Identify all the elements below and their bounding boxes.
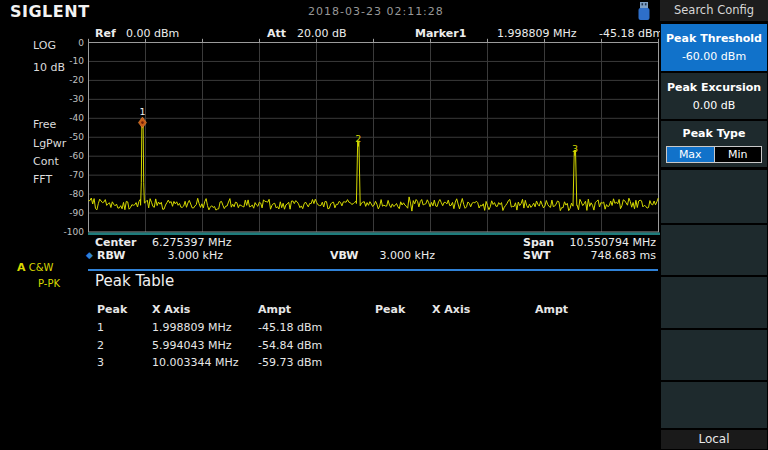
y-tick-label: -80 [40, 189, 84, 199]
y-tick-label: -70 [40, 170, 84, 180]
y-tick-label: -60 [40, 151, 84, 161]
vbw-value: 3.000 kHz [364, 249, 435, 262]
peak-excursion-button[interactable]: Peak Excursion 0.00 dB [661, 73, 767, 119]
peak-threshold-value: -60.00 dBm [661, 45, 767, 63]
peak-table-header: X Axis [152, 303, 190, 316]
svg-text:1: 1 [139, 106, 145, 117]
top-status-bar: SIGLENT 2018-03-23 02:11:28 [0, 0, 660, 22]
vbw-label: VBW [330, 249, 358, 262]
peak-table-title: Peak Table [95, 272, 174, 290]
empty-softkey-button[interactable] [661, 170, 767, 223]
rbw-value: 3.000 kHz [152, 249, 223, 262]
peak-type-max-option[interactable]: Max [667, 147, 714, 162]
y-tick-label: -20 [40, 75, 84, 85]
section-separator [88, 269, 658, 271]
peak-type-label: Peak Type [661, 121, 767, 140]
peak-table-header: Ampt [535, 303, 568, 316]
y-tick-label: -90 [40, 208, 84, 218]
peak-type-toggle: Max Min [666, 146, 762, 163]
rbw-label: RBW [97, 249, 125, 262]
datetime-display: 2018-03-23 02:11:28 [308, 5, 444, 18]
y-tick-label: -30 [40, 94, 84, 104]
span-value: 10.550794 MHz [560, 236, 656, 249]
empty-softkey-button[interactable] [661, 330, 767, 380]
softkey-menu: Search Config Peak Threshold -60.00 dBm … [660, 0, 768, 450]
peak-table-cell: -54.84 dBm [258, 339, 322, 352]
menu-title: Search Config [660, 0, 768, 21]
svg-text:3: 3 [572, 143, 578, 154]
peak-table-cell: 10.003344 MHz [152, 356, 239, 369]
y-tick-label: -50 [40, 132, 84, 142]
swt-value: 748.683 ms [560, 249, 656, 262]
trace-status: A C&W [17, 261, 53, 274]
peak-table-cell: -45.18 dBm [258, 321, 322, 334]
empty-softkey-button[interactable] [661, 225, 767, 275]
peak-threshold-label: Peak Threshold [661, 24, 767, 45]
center-freq-label: Center [95, 236, 137, 249]
y-tick-label: -100 [40, 227, 84, 237]
peak-table-header: X Axis [432, 303, 470, 316]
peak-type-button[interactable]: Peak Type Max Min [661, 121, 767, 167]
y-tick-label: 0 [40, 38, 84, 48]
detector-status: P-PK [38, 278, 60, 289]
trace-mode: C&W [29, 262, 54, 273]
empty-softkey-button[interactable] [661, 277, 767, 328]
spectrum-plot: 123 [88, 38, 660, 236]
local-button[interactable]: Local [661, 430, 767, 449]
peak-excursion-label: Peak Excursion [661, 73, 767, 94]
peak-table-header: Ampt [258, 303, 291, 316]
peak-table-header: Peak [97, 303, 127, 316]
peak-table-cell: 3 [97, 356, 104, 369]
peak-table-cell: 5.994043 MHz [152, 339, 232, 352]
peak-type-min-option[interactable]: Min [714, 147, 762, 162]
trace-letter: A [17, 261, 26, 274]
brand-logo: SIGLENT [10, 2, 90, 21]
peak-excursion-value: 0.00 dB [661, 94, 767, 112]
y-tick-label: -40 [40, 113, 84, 123]
peak-table-header: Peak [375, 303, 405, 316]
svg-text:2: 2 [355, 133, 361, 144]
usb-drive-icon [636, 2, 652, 25]
y-tick-label: -10 [40, 56, 84, 66]
peak-table-cell: 2 [97, 339, 104, 352]
spectrum-analyzer-screen: SIGLENT 2018-03-23 02:11:28 LOG 10 dB Fr… [0, 0, 768, 450]
peak-table-cell: -59.73 dBm [258, 356, 322, 369]
peak-table-cell: 1.998809 MHz [152, 321, 232, 334]
peak-threshold-button[interactable]: Peak Threshold -60.00 dBm [661, 24, 767, 71]
empty-softkey-button[interactable] [661, 382, 767, 428]
rbw-coupled-diamond-icon: ◆ [86, 250, 93, 260]
span-label: Span [523, 236, 554, 249]
peak-table-cell: 1 [97, 321, 104, 334]
y-axis-tick-labels: 0-10-20-30-40-50-60-70-80-90-100 [40, 38, 86, 236]
center-freq-value: 6.275397 MHz [152, 236, 232, 249]
swt-label: SWT [523, 249, 551, 262]
